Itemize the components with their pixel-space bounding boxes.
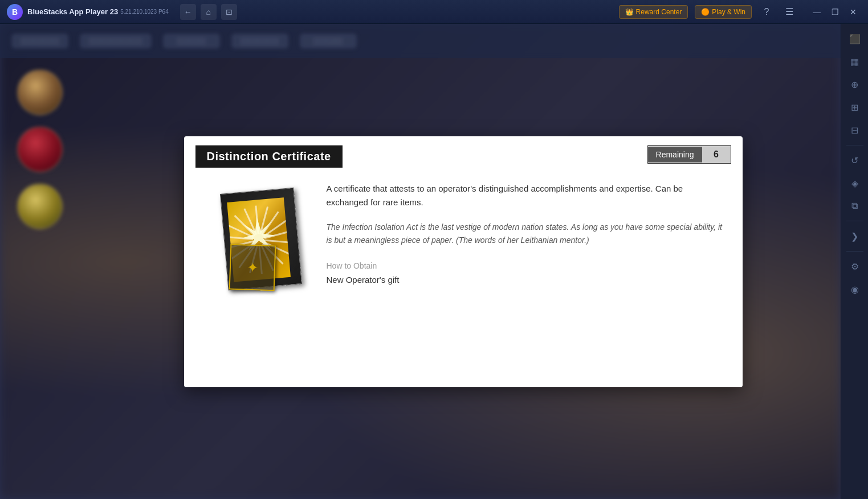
popup-flavor-text: The Infection Isolation Act is the last … [327, 221, 726, 248]
popup-remaining: Remaining 6 [647, 145, 731, 164]
sidebar-btn-2[interactable]: ▦ [845, 51, 865, 72]
restore-button[interactable]: ❐ [827, 4, 843, 20]
sidebar-btn-4[interactable]: ⊞ [845, 97, 865, 117]
sidebar-sep-1 [846, 145, 863, 145]
sidebar-btn-7[interactable]: ◈ [845, 173, 865, 193]
play-win-button[interactable]: 🟠 Play & Win [695, 5, 752, 19]
sidebar-btn-8[interactable]: ⧉ [845, 196, 865, 216]
right-sidebar: ⬛ ▦ ⊕ ⊞ ⊟ ↺ ◈ ⧉ ❯ ⚙ ◉ [841, 24, 868, 499]
popup-overlay: Distinction Certificate Remaining 6 [0, 24, 841, 499]
sidebar-btn-3[interactable]: ⊕ [845, 74, 865, 95]
home-button[interactable]: ⌂ [201, 4, 217, 20]
app-version: 5.21.210.1023 P64 [120, 9, 169, 15]
nav-controls: ← ⌂ ⊡ [180, 4, 237, 20]
popup-image-area: ✦ [201, 176, 315, 302]
remaining-label: Remaining [648, 147, 702, 163]
app-logo: B [7, 4, 23, 20]
back-button[interactable]: ← [180, 4, 196, 20]
remaining-value: 6 [702, 146, 731, 163]
popup-obtain-value: New Operator's gift [327, 275, 726, 285]
sidebar-btn-6[interactable]: ↺ [845, 150, 865, 171]
popup-obtain-label: How to Obtain [327, 261, 726, 270]
sidebar-btn-settings[interactable]: ⚙ [845, 256, 865, 277]
reward-center-icon: 👑 [625, 8, 634, 16]
popup-text-area: A certificate that attests to an operato… [327, 176, 726, 285]
popup-dialog: Distinction Certificate Remaining 6 [184, 136, 743, 387]
menu-button[interactable]: ☰ [781, 4, 797, 20]
popup-title: Distinction Certificate [195, 145, 343, 168]
sidebar-btn-5[interactable]: ⊟ [845, 120, 865, 140]
sidebar-sep-2 [846, 221, 863, 221]
window-controls: — ❐ ✕ [809, 4, 861, 20]
sidebar-btn-9[interactable]: ❯ [845, 226, 865, 246]
close-button[interactable]: ✕ [845, 4, 861, 20]
minimize-button[interactable]: — [809, 4, 825, 20]
titlebar-right: 👑 Reward Center 🟠 Play & Win ? ☰ — ❐ ✕ [619, 4, 861, 20]
sidebar-sep-3 [846, 251, 863, 251]
help-button[interactable]: ? [759, 4, 775, 20]
titlebar: B BlueStacks App Player 23 5.21.210.1023… [0, 0, 868, 24]
play-win-label: Play & Win [712, 8, 745, 16]
popup-description: A certificate that attests to an operato… [327, 182, 726, 209]
play-win-icon: 🟠 [701, 8, 710, 16]
sidebar-btn-1[interactable]: ⬛ [845, 29, 865, 49]
main-area: ░░░░░░░░ ░░░░░░░░░░░ ░░░░░░ ░░░░░░░░ ░░░… [0, 24, 868, 499]
popup-header: Distinction Certificate Remaining 6 [184, 136, 743, 171]
sidebar-btn-last[interactable]: ◉ [845, 279, 865, 299]
reward-center-button[interactable]: 👑 Reward Center [619, 5, 688, 19]
cert-item: ✦ [213, 182, 304, 296]
cert-front-card: ✦ [229, 244, 276, 291]
reward-center-label: Reward Center [636, 8, 682, 16]
game-area: ░░░░░░░░ ░░░░░░░░░░░ ░░░░░░ ░░░░░░░░ ░░░… [0, 24, 841, 499]
svg-line-5 [264, 240, 291, 242]
multi-button[interactable]: ⊡ [221, 4, 237, 20]
cert-emblem: ✦ [246, 259, 258, 275]
app-name: BlueStacks App Player 23 [27, 7, 118, 16]
